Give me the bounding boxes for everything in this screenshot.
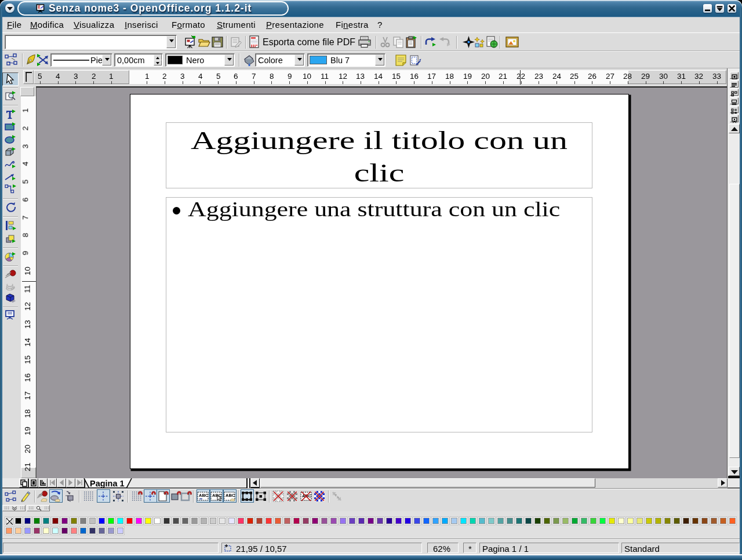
svg-text:ABC: ABC [225,493,235,498]
svg-text:ABC: ABC [199,493,209,498]
